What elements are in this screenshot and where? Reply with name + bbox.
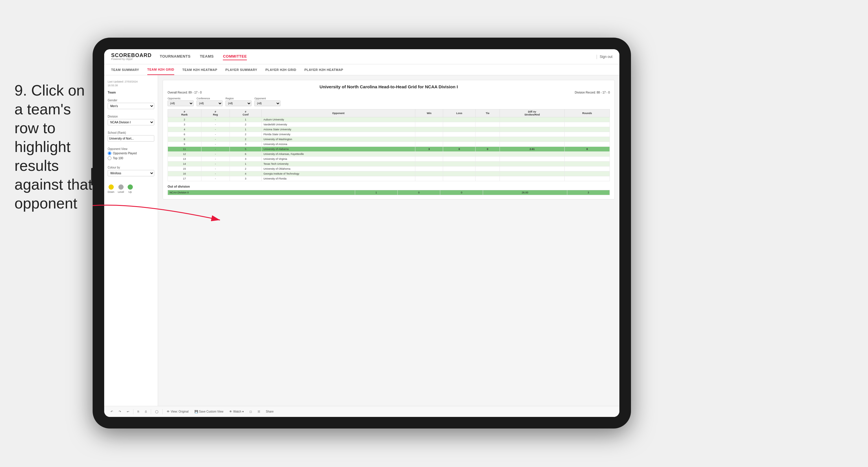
filter-opponent: Opponent (All) — [254, 97, 280, 106]
radio-top-100[interactable]: Top 100 — [108, 156, 154, 160]
save-custom-btn[interactable]: 💾 Save Custom View — [193, 409, 225, 414]
table-row[interactable]: 2-1Auburn University — [168, 117, 610, 122]
undo-btn[interactable]: ↶ — [109, 409, 115, 414]
team-label: Team — [108, 91, 154, 94]
view-original-btn[interactable]: 👁 View: Original — [165, 409, 190, 414]
sub-nav-player-h2h-heatmap[interactable]: PLAYER H2H HEATMAP — [305, 64, 343, 75]
bottom-toolbar: ↶ ↷ ↩ ⎘ ⎙ ◯ 👁 View: Original 💾 Save Cust… — [104, 406, 619, 417]
sidebar-school-section: School (Rank) — [108, 131, 154, 144]
toolbar-icon-btn-1[interactable]: ◻ — [248, 409, 253, 414]
sub-nav-team-h2h-heatmap[interactable]: TEAM H2H HEATMAP — [182, 64, 217, 75]
out-div-table: NCAA Division II10026.003 — [167, 190, 610, 195]
division-label: Division — [108, 115, 154, 118]
colour-label: Colour by — [108, 166, 154, 169]
legend-level-dot — [118, 184, 124, 189]
conference-filter-select[interactable]: (All) — [196, 100, 223, 106]
nav-tournaments[interactable]: TOURNAMENTS — [160, 53, 190, 60]
table-row[interactable]: 3-2Vanderbilt University — [168, 122, 610, 127]
radio-opponents-played[interactable]: Opponents Played — [108, 151, 154, 155]
sidebar-team-section: Team — [108, 91, 154, 95]
legend-up: Up — [128, 184, 133, 194]
colour-select[interactable]: Win/loss — [108, 170, 154, 176]
toolbar-icon-btn-2[interactable]: ☵ — [256, 409, 262, 414]
table-header-row: #Rank #Reg #Conf Opponent Win Loss Tie D… — [168, 110, 610, 117]
paste-btn[interactable]: ⎙ — [143, 409, 149, 414]
grid-records: Overall Record: 89 - 17 - 0 Division Rec… — [167, 91, 610, 94]
save-icon: 💾 — [194, 410, 198, 413]
filter-conference: Conference (All) — [196, 97, 223, 106]
legend-level: Level — [118, 184, 124, 194]
h2h-table: #Rank #Reg #Conf Opponent Win Loss Tie D… — [167, 109, 610, 181]
filter-opponents: Opponents: (All) — [167, 97, 194, 106]
table-row[interactable]: 17-3University of Florida — [168, 176, 610, 181]
step-number: 9. — [14, 82, 27, 99]
tablet-device: SCOREBOARD Powered by clippd TOURNAMENTS… — [93, 38, 631, 429]
sub-nav-team-h2h-grid[interactable]: TEAM H2H GRID — [147, 64, 174, 75]
toolbar-sep-1 — [133, 409, 133, 414]
col-rank: #Rank — [168, 110, 202, 117]
sub-nav-team-summary[interactable]: TEAM SUMMARY — [111, 64, 139, 75]
nav-teams[interactable]: TEAMS — [200, 53, 214, 60]
instruction-body: Click on a team's row to highlight resul… — [14, 82, 92, 212]
clock-btn[interactable]: ◯ — [153, 409, 160, 414]
opponent-filter-select[interactable]: (All) — [254, 100, 280, 106]
view-icon: 👁 — [167, 410, 169, 413]
school-rank-label: School (Rank) — [108, 131, 154, 134]
division-record: Division Record: 88 - 17 - 0 — [575, 91, 610, 94]
region-filter-select[interactable]: (All) — [225, 100, 251, 106]
sidebar-opponent-view-section: Opponent View Opponents Played Top 100 — [108, 147, 154, 163]
logo-scoreboard: SCOREBOARD — [111, 53, 152, 58]
gender-select[interactable]: Men's — [108, 103, 154, 109]
nav-items: TOURNAMENTS TEAMS COMMITTEE — [160, 53, 596, 60]
gender-label: Gender — [108, 99, 154, 102]
table-row[interactable]: 9-3University of Arizona — [168, 142, 610, 147]
grid-panel: University of North Carolina Head-to-Hea… — [163, 80, 615, 200]
legend-down-dot — [108, 184, 114, 189]
col-rounds: Rounds — [565, 110, 610, 117]
logo-powered: Powered by clippd — [111, 58, 152, 60]
table-row[interactable]: 11-5University of Alabama3002.618 — [168, 147, 610, 152]
col-conf: #Conf — [229, 110, 261, 117]
sidebar-gender-section: Gender Men's — [108, 99, 154, 112]
col-reg: #Reg — [201, 110, 229, 117]
grid-title: University of North Carolina Head-to-Hea… — [167, 84, 610, 89]
out-of-division-label: Out of division — [167, 185, 610, 188]
out-div-table-row[interactable]: NCAA Division II10026.003 — [168, 190, 610, 195]
table-row[interactable]: 13-3University of Virginia — [168, 157, 610, 162]
table-row[interactable]: 4-1Arizona State University — [168, 127, 610, 132]
table-row[interactable]: 14-1Texas Tech University — [168, 162, 610, 167]
opponent-view-label: Opponent View — [108, 147, 154, 150]
watch-btn[interactable]: 👁 Watch ▾ — [227, 409, 245, 414]
sub-nav: TEAM SUMMARY TEAM H2H GRID TEAM H2H HEAT… — [104, 64, 619, 75]
sidebar-division-section: Division NCAA Division I — [108, 115, 154, 128]
legend-down: Down — [108, 184, 114, 194]
table-row[interactable]: 16-4Georgia Institute of Technology — [168, 171, 610, 176]
col-diff: Diff AvStrokes/Rnd — [500, 110, 564, 117]
division-select[interactable]: NCAA Division I — [108, 119, 154, 125]
nav-committee[interactable]: COMMITTEE — [223, 53, 247, 60]
top-nav: SCOREBOARD Powered by clippd TOURNAMENTS… — [104, 49, 619, 64]
sub-nav-player-h2h-grid[interactable]: PLAYER H2H GRID — [266, 64, 297, 75]
instruction-text: 9. Click on a team's row to highlight re… — [14, 81, 95, 213]
copy-btn[interactable]: ⎘ — [136, 409, 141, 414]
grid-content: University of North Carolina Head-to-Hea… — [158, 75, 619, 406]
table-row[interactable]: 8-2University of Washington — [168, 137, 610, 142]
back-btn[interactable]: ↩ — [125, 409, 131, 414]
share-btn[interactable]: Share — [264, 409, 276, 414]
legend-up-dot — [128, 184, 133, 189]
school-input[interactable] — [108, 135, 154, 142]
logo-area: SCOREBOARD Powered by clippd — [111, 53, 152, 60]
opponents-filter-select[interactable]: (All) — [167, 100, 194, 106]
sign-out-link[interactable]: Sign out — [600, 55, 613, 59]
opponent-view-radio-group: Opponents Played Top 100 — [108, 151, 154, 160]
redo-btn[interactable]: ↷ — [117, 409, 123, 414]
table-row[interactable]: 15-2University of Oklahoma — [168, 167, 610, 171]
sidebar-timestamp: Last Updated: 27/03/2024 16:55:38 — [108, 80, 154, 87]
watch-icon: 👁 — [229, 410, 232, 413]
sub-nav-player-summary[interactable]: PLAYER SUMMARY — [225, 64, 257, 75]
col-opponent: Opponent — [261, 110, 415, 117]
overall-record: Overall Record: 89 - 17 - 0 — [167, 91, 202, 94]
table-row[interactable]: 6-2Florida State University — [168, 132, 610, 137]
main-content: Last Updated: 27/03/2024 16:55:38 Team G… — [104, 75, 619, 406]
table-row[interactable]: 12-6University of Arkansas, Fayetteville — [168, 152, 610, 157]
